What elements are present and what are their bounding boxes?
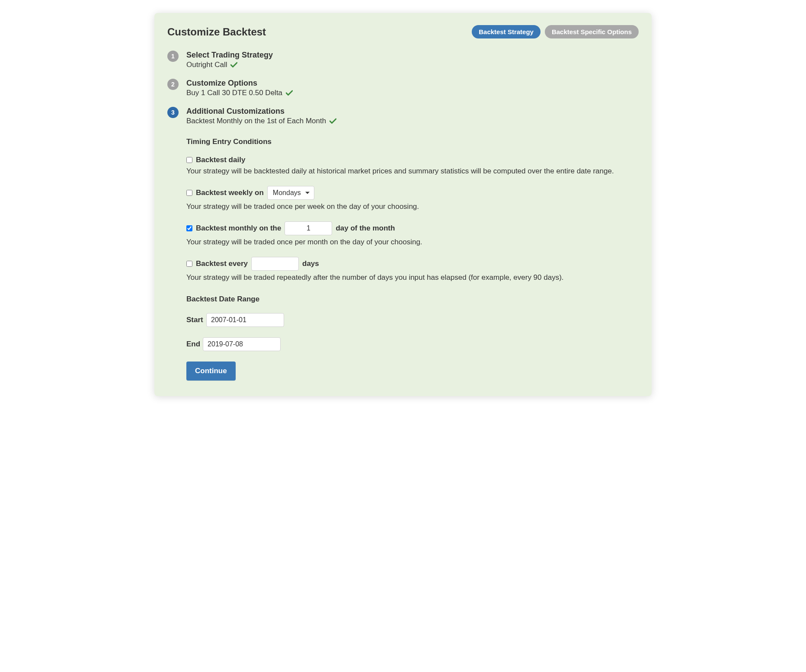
backtest-strategy-button[interactable]: Backtest Strategy [472,25,541,38]
pill-group: Backtest Strategy Backtest Specific Opti… [472,25,639,38]
every-desc: Your strategy will be traded repeatedly … [186,273,639,282]
step-2-sub: Buy 1 Call 30 DTE 0.50 Delta [186,89,293,97]
step-badge-3: 3 [167,107,179,118]
step-1-body: Select Trading Strategy Outright Call [186,51,639,69]
weekly-day-select[interactable]: Mondays [267,186,314,200]
step-3: 3 Additional Customizations Backtest Mon… [167,107,639,125]
step-1-sub: Outright Call [186,61,237,69]
option-monthly: Backtest monthly on the day of the month… [186,221,639,246]
end-label: End [186,340,200,349]
timing-title: Timing Entry Conditions [186,138,639,146]
chevron-down-icon [305,192,310,194]
step-3-title: Additional Customizations [186,107,639,116]
option-every: Backtest every days Your strategy will b… [186,257,639,282]
backtest-card: Customize Backtest Backtest Strategy Bac… [154,13,652,396]
card-title: Customize Backtest [167,26,266,38]
monthly-label-after: day of the month [336,224,395,233]
every-days-input[interactable] [251,257,299,271]
option-weekly: Backtest weekly on Mondays Your strategy… [186,186,639,211]
end-date-row: End [186,337,639,351]
timing-section: Timing Entry Conditions Backtest daily Y… [186,138,639,381]
every-checkbox[interactable] [186,261,192,267]
weekly-label: Backtest weekly on [196,189,264,197]
weekly-checkbox[interactable] [186,190,192,196]
monthly-label-before: Backtest monthly on the [196,224,281,233]
step-1-sub-text: Outright Call [186,61,227,69]
step-badge-1: 1 [167,51,179,62]
card-header: Customize Backtest Backtest Strategy Bac… [167,25,639,38]
continue-button[interactable]: Continue [186,362,236,381]
monthly-day-input[interactable] [285,221,332,235]
date-range-title: Backtest Date Range [186,295,639,304]
end-date-input[interactable] [203,337,281,351]
step-2-body: Customize Options Buy 1 Call 30 DTE 0.50… [186,79,639,97]
backtest-specific-options-button[interactable]: Backtest Specific Options [545,25,639,38]
weekly-desc: Your strategy will be traded once per we… [186,202,639,211]
daily-label: Backtest daily [196,156,245,164]
step-badge-2: 2 [167,79,179,90]
step-2-title: Customize Options [186,79,639,88]
daily-checkbox[interactable] [186,157,192,163]
step-1: 1 Select Trading Strategy Outright Call [167,51,639,69]
daily-desc: Your strategy will be backtested daily a… [186,167,639,176]
step-3-sub: Backtest Monthly on the 1st of Each Mont… [186,117,336,125]
start-label: Start [186,316,204,324]
check-icon [286,90,293,96]
step-2-sub-text: Buy 1 Call 30 DTE 0.50 Delta [186,89,282,97]
monthly-desc: Your strategy will be traded once per mo… [186,238,639,246]
check-icon [230,62,237,68]
every-label-after: days [302,259,319,268]
weekly-day-selected: Mondays [273,189,301,197]
step-3-body: Additional Customizations Backtest Month… [186,107,639,125]
start-date-input[interactable] [206,313,284,327]
step-3-sub-text: Backtest Monthly on the 1st of Each Mont… [186,117,326,125]
step-1-title: Select Trading Strategy [186,51,639,60]
start-date-row: Start [186,313,639,327]
every-label-before: Backtest every [196,259,248,268]
option-daily: Backtest daily Your strategy will be bac… [186,156,639,176]
step-2: 2 Customize Options Buy 1 Call 30 DTE 0.… [167,79,639,97]
check-icon [329,118,336,124]
monthly-checkbox[interactable] [186,225,192,231]
